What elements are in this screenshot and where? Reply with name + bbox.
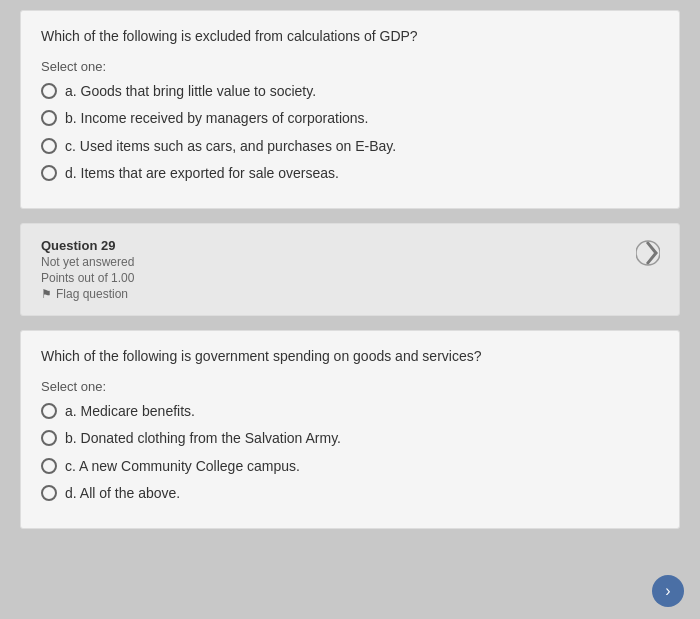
answer-text-28a: a. Goods that bring little value to soci… [65,82,316,102]
bottom-nav-button[interactable]: › [652,575,684,607]
question-29-meta-card: Question 29 Not yet answered Points out … [20,223,680,316]
answer-text-29b: b. Donated clothing from the Salvation A… [65,429,341,449]
question-29-select-label: Select one: [41,379,659,394]
answer-option-29b[interactable]: b. Donated clothing from the Salvation A… [41,429,659,449]
answer-text-28b: b. Income received by managers of corpor… [65,109,369,129]
radio-28c[interactable] [41,138,57,154]
answer-option-28b[interactable]: b. Income received by managers of corpor… [41,109,659,129]
divider-2 [20,320,680,326]
answer-text-28d: d. Items that are exported for sale over… [65,164,339,184]
question-28-select-label: Select one: [41,59,659,74]
answer-option-28a[interactable]: a. Goods that bring little value to soci… [41,82,659,102]
radio-29b[interactable] [41,430,57,446]
answer-option-29a[interactable]: a. Medicare benefits. [41,402,659,422]
flag-question-button[interactable]: ⚑ Flag question [41,287,659,301]
flag-icon: ⚑ [41,287,52,301]
question-29-status: Not yet answered [41,255,659,269]
arrow-icon [636,239,660,267]
flag-label: Flag question [56,287,128,301]
answer-text-29d: d. All of the above. [65,484,180,504]
question-29-label: Question 29 [41,238,659,253]
answer-option-29c[interactable]: c. A new Community College campus. [41,457,659,477]
bottom-nav-icon: › [665,582,670,600]
answer-option-28d[interactable]: d. Items that are exported for sale over… [41,164,659,184]
radio-29a[interactable] [41,403,57,419]
question-29-points: Points out of 1.00 [41,271,659,285]
question-28-text: Which of the following is excluded from … [41,27,659,47]
answer-text-29a: a. Medicare benefits. [65,402,195,422]
question-29-card: Which of the following is government spe… [20,330,680,529]
answer-text-28c: c. Used items such as cars, and purchase… [65,137,396,157]
page-wrapper: Which of the following is excluded from … [20,10,680,529]
radio-28d[interactable] [41,165,57,181]
radio-28b[interactable] [41,110,57,126]
divider [20,213,680,219]
question-29-text: Which of the following is government spe… [41,347,659,367]
answer-option-28c[interactable]: c. Used items such as cars, and purchase… [41,137,659,157]
radio-28a[interactable] [41,83,57,99]
radio-29c[interactable] [41,458,57,474]
question-29-nav-arrow[interactable] [633,238,663,268]
radio-29d[interactable] [41,485,57,501]
answer-text-29c: c. A new Community College campus. [65,457,300,477]
answer-option-29d[interactable]: d. All of the above. [41,484,659,504]
question-28-card: Which of the following is excluded from … [20,10,680,209]
